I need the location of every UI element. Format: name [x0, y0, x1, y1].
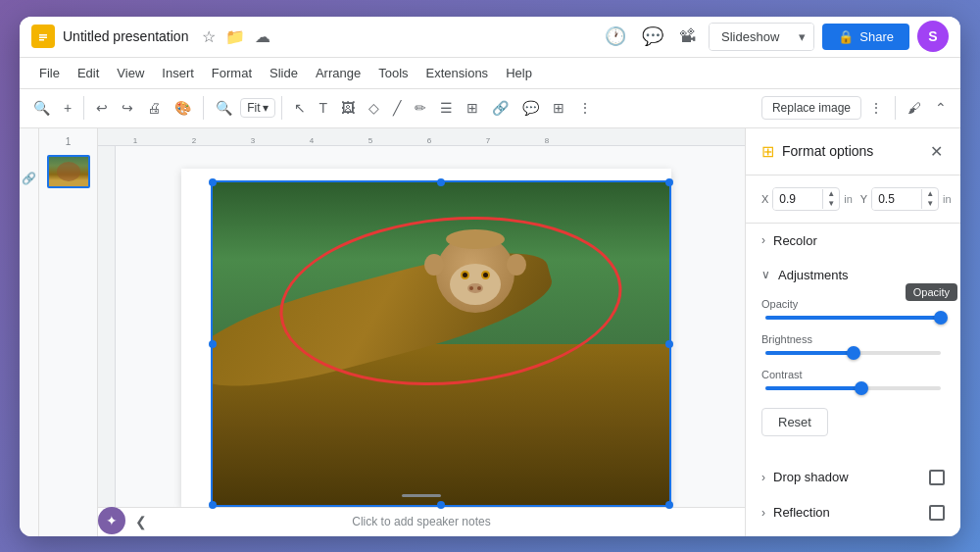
handle-middle-right[interactable] [665, 340, 673, 348]
left-tool-icon: 🔗 [20, 168, 40, 189]
menu-format[interactable]: Format [204, 62, 260, 84]
toolbar-divider-4 [895, 96, 896, 120]
image-container[interactable] [211, 180, 671, 507]
recolor-label: Recolor [773, 233, 817, 248]
menu-view[interactable]: View [109, 62, 152, 84]
brightness-slider-track[interactable] [765, 351, 941, 355]
undo-button[interactable]: ↩ [90, 96, 114, 120]
zoom-out-button[interactable]: 🔍 [27, 96, 56, 120]
zoom-icon[interactable]: 🔍 [210, 96, 238, 120]
link-button[interactable]: 🔗 [486, 96, 514, 120]
pen-button[interactable]: ✏ [409, 96, 432, 120]
recolor-section[interactable]: › Recolor [746, 224, 960, 258]
cloud-icon[interactable]: ☁ [253, 25, 272, 48]
folder-icon[interactable]: 📁 [223, 25, 247, 48]
x-spin-down[interactable]: ▼ [823, 199, 839, 209]
share-button[interactable]: 🔒 Share [822, 24, 909, 50]
expand-button[interactable]: ⌃ [929, 96, 953, 120]
brightness-slider-group: Brightness [761, 333, 945, 355]
menu-help[interactable]: Help [498, 62, 540, 84]
zoom-select[interactable]: Fit ▾ [240, 98, 274, 118]
print-button[interactable]: 🖨 [141, 96, 167, 120]
user-avatar[interactable]: S [917, 21, 949, 52]
cursor-button[interactable]: ↖ [288, 96, 312, 120]
slideshow-dropdown-button[interactable]: ▾ [791, 24, 813, 50]
handle-top-left[interactable] [209, 178, 217, 186]
y-input-wrap: ▲ ▼ [871, 187, 939, 211]
close-button[interactable]: ✕ [928, 140, 945, 163]
replace-image-button[interactable]: Replace image [761, 96, 861, 120]
adjustments-chevron-icon: ∨ [761, 268, 770, 281]
comment-tb-button[interactable]: 💬 [516, 96, 545, 120]
image-button[interactable]: 🖼 [335, 96, 361, 120]
line-button[interactable]: ╱ [387, 96, 407, 120]
svg-rect-3 [39, 39, 44, 41]
format-panel: ⊞ Format options ✕ X ▲ ▼ [745, 128, 960, 536]
history-icon[interactable]: 🕐 [601, 22, 630, 51]
menu-insert[interactable]: Insert [154, 62, 202, 84]
svg-rect-1 [39, 34, 47, 36]
brightness-thumb[interactable] [847, 346, 860, 360]
more-options-button[interactable]: ⋮ [863, 96, 889, 120]
contrast-thumb[interactable] [855, 381, 868, 395]
drop-shadow-label: Drop shadow [773, 470, 849, 484]
table-button[interactable]: ⊞ [547, 96, 570, 120]
x-spin-up[interactable]: ▲ [823, 189, 839, 199]
menu-file[interactable]: File [31, 62, 68, 84]
recolor-chevron-icon: › [761, 233, 765, 247]
slide-panel: 1 [39, 128, 98, 536]
drop-shadow-section[interactable]: › Drop shadow [746, 460, 960, 495]
dots-menu-button[interactable]: ✦ [98, 507, 125, 534]
comment-icon[interactable]: 💬 [638, 22, 667, 51]
opacity-slider-track[interactable]: Opacity [765, 316, 941, 320]
y-input[interactable] [872, 188, 921, 210]
paint-format-button[interactable]: 🎨 [169, 96, 197, 120]
collapse-button[interactable]: ❮ [131, 512, 151, 531]
y-spin-up[interactable]: ▲ [922, 189, 938, 199]
reflection-checkbox[interactable] [929, 505, 945, 521]
app-window: Untitled presentation ☆ 📁 ☁ 🕐 💬 📽 Slides… [20, 17, 960, 536]
ruler-marks: 1 2 3 4 5 6 7 8 [98, 128, 576, 145]
menu-extensions[interactable]: Extensions [418, 62, 497, 84]
handle-bottom-center[interactable] [437, 501, 445, 509]
menu-arrange[interactable]: Arrange [308, 62, 368, 84]
textbox-button[interactable]: T [314, 96, 334, 120]
app-icon [31, 25, 55, 48]
handle-bottom-left[interactable] [209, 501, 217, 509]
shapes-button[interactable]: ◇ [363, 96, 385, 120]
contrast-slider-group: Contrast [761, 369, 945, 390]
speaker-notes-bar: ✦ ❮ Click to add speaker notes [98, 507, 745, 536]
menu-edit[interactable]: Edit [70, 62, 107, 84]
opacity-thumb[interactable]: Opacity [934, 311, 948, 325]
main-content: 🔗 1 1 2 3 4 5 6 7 [20, 128, 960, 536]
menu-bar: File Edit View Insert Format Slide Arran… [20, 58, 960, 89]
menu-tools[interactable]: Tools [370, 62, 416, 84]
reset-button[interactable]: Reset [761, 408, 828, 436]
toolbar-divider-3 [281, 96, 282, 120]
x-input-wrap: ▲ ▼ [772, 187, 840, 211]
handle-top-right[interactable] [665, 178, 673, 186]
star-icon[interactable]: ☆ [200, 25, 218, 48]
align-button[interactable]: ⊞ [461, 96, 484, 120]
redo-button[interactable]: ↪ [116, 96, 139, 120]
present-icon[interactable]: 📽 [675, 23, 701, 51]
contrast-slider-track[interactable] [765, 386, 941, 390]
x-input[interactable] [773, 188, 822, 210]
handle-middle-left[interactable] [209, 340, 217, 348]
format-panel-icon: ⊞ [761, 142, 774, 161]
drop-shadow-checkbox[interactable] [929, 470, 945, 485]
slideshow-main-button[interactable]: Slideshow [710, 24, 791, 50]
y-spin-down[interactable]: ▼ [922, 199, 938, 209]
speaker-notes-placeholder[interactable]: Click to add speaker notes [352, 515, 490, 528]
x-label: X [761, 193, 768, 205]
handle-top-center[interactable] [437, 178, 445, 186]
handle-bottom-right[interactable] [665, 501, 673, 509]
menu-slide[interactable]: Slide [262, 62, 306, 84]
more-button[interactable]: ⋮ [572, 96, 598, 120]
layout-button[interactable]: ☰ [434, 96, 459, 120]
slide-thumbnail[interactable] [47, 155, 90, 188]
paint-button-2[interactable]: 🖌 [902, 96, 927, 120]
add-button[interactable]: + [58, 96, 77, 120]
reflection-section[interactable]: › Reflection [746, 495, 960, 530]
slide-canvas[interactable] [181, 169, 671, 507]
